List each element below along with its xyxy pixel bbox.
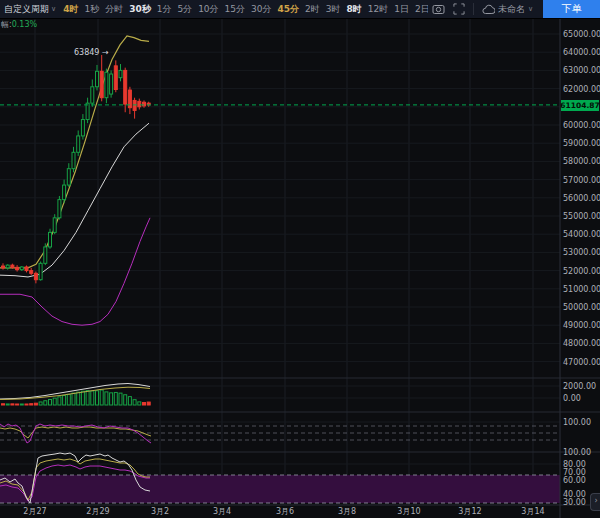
volume-bar [2, 404, 5, 405]
period-button[interactable]: 3时 [323, 3, 344, 16]
price-axis-label: 54000.00 [563, 230, 600, 239]
volume-bar [91, 391, 94, 405]
time-axis-label: 2月29 [86, 507, 109, 516]
ma-white-line [0, 123, 149, 277]
volume-bar [105, 392, 108, 405]
candle-body [11, 265, 14, 267]
candle-body [53, 218, 56, 233]
candle-body [86, 103, 89, 119]
period-button[interactable]: 10分 [195, 3, 221, 16]
price-axis-label: 47000.00 [563, 358, 600, 367]
oscillator-band [0, 475, 560, 503]
price-axis-label: 58000.00 [563, 157, 600, 166]
toolbar-right: 未命名 ∨ 下单 [428, 0, 600, 18]
period-button[interactable]: 2时 [302, 3, 323, 16]
candle-body [114, 66, 117, 90]
price-axis-label: 52000.00 [563, 267, 600, 276]
period-button[interactable]: 15分 [222, 3, 248, 16]
candle-body [2, 266, 5, 268]
period-button[interactable]: 45分 [274, 3, 302, 16]
layout-name: 未命名 [498, 3, 525, 16]
candle-body [16, 267, 19, 269]
fullscreen-icon[interactable] [449, 3, 469, 15]
candle-body [119, 70, 122, 77]
candle-body [105, 72, 108, 97]
volume-bar [147, 402, 150, 405]
price-axis-label: 57000.00 [563, 176, 600, 185]
volume-bar [124, 395, 127, 405]
period-button[interactable]: 1分 [154, 3, 175, 16]
volume-bar [133, 400, 136, 405]
time-axis-label: 2月27 [23, 507, 46, 516]
volume-bar [100, 390, 103, 405]
volume-bar [63, 396, 66, 406]
price-axis-label: 60000.00 [563, 121, 600, 130]
price-axis-label: 56000.00 [563, 194, 600, 203]
candle-body [124, 70, 127, 104]
volume-axis-label: 2000.00 [563, 382, 596, 391]
indicator-axis-label: 100.00 [563, 418, 591, 427]
time-axis-label: 3月10 [397, 507, 420, 516]
candle-body [34, 273, 37, 279]
candle-body [91, 87, 94, 103]
time-axis-label: 3月8 [338, 507, 356, 516]
price-axis-label: 55000.00 [563, 212, 600, 221]
volume-bar [30, 404, 33, 405]
period-button[interactable]: 30分 [248, 3, 274, 16]
change-value: 0.13% [12, 20, 37, 29]
volume-bar [119, 393, 122, 405]
candle-body [72, 152, 75, 168]
panel-expand-handle[interactable]: › [590, 493, 600, 511]
candle-body [20, 267, 23, 270]
price-axis-label: 62000.00 [563, 85, 600, 94]
candle-body [49, 232, 52, 247]
period-button[interactable]: 8时 [343, 3, 364, 16]
price-axis-label: 63000.00 [563, 66, 600, 75]
toolbar-divider [473, 3, 474, 15]
volume-bar [114, 392, 117, 405]
volume-bar [96, 391, 99, 405]
volume-bar [77, 392, 80, 405]
volume-bar [67, 394, 70, 405]
place-order-button[interactable]: 下单 [543, 0, 600, 18]
volume-bar [11, 404, 14, 405]
chevron-down-icon: ∨ [51, 5, 56, 13]
high-price-annotation: 63849 → [74, 48, 109, 57]
volume-bar [44, 401, 47, 405]
time-axis-label: 3月14 [521, 507, 544, 516]
period-button[interactable]: 12时 [365, 3, 391, 16]
volume-bar [143, 403, 146, 405]
volume-bar [86, 391, 89, 405]
candle-body [110, 74, 113, 94]
period-button[interactable]: 分时 [102, 3, 126, 16]
period-button[interactable]: 30秒 [126, 3, 154, 16]
period-button[interactable]: 2日 [412, 3, 428, 16]
candle-body [96, 71, 99, 86]
layout-menu[interactable]: 未命名 ∨ [478, 3, 537, 16]
camera-icon[interactable] [428, 3, 449, 15]
oscillator-axis-label: 60.00 [563, 476, 586, 485]
price-axis-label: 50000.00 [563, 303, 600, 312]
volume-bar [20, 404, 23, 405]
volume-bar [25, 404, 28, 405]
custom-period-label: 自定义周期 [4, 3, 49, 16]
period-button[interactable]: 5分 [174, 3, 195, 16]
volume-bar [53, 398, 56, 405]
price-chart: 65000.0064000.0063000.0062000.0060000.00… [0, 0, 600, 518]
price-axis-label: 51000.00 [563, 285, 600, 294]
candle-body [63, 185, 66, 200]
period-toolbar: 自定义周期 ∨ 4时1秒分时30秒1分5分10分15分30分45分2时3时8时1… [0, 3, 428, 16]
volume-axis-label: 0.00 [563, 394, 581, 403]
period-button[interactable]: 1秒 [81, 3, 102, 16]
oscillator-axis-label: 30.00 [563, 498, 586, 507]
volume-bar [72, 393, 75, 405]
volume-bar [49, 399, 52, 405]
candle-body [6, 265, 9, 268]
custom-period-menu[interactable]: 自定义周期 ∨ [0, 3, 60, 16]
period-button[interactable]: 4时 [60, 3, 81, 16]
candle-body [58, 200, 61, 218]
chevron-down-icon: ∨ [528, 5, 533, 13]
period-button[interactable]: 1日 [391, 3, 412, 16]
price-axis-label: 65000.00 [563, 30, 600, 39]
trading-app-window: 65000.0064000.0063000.0062000.0060000.00… [0, 0, 600, 518]
